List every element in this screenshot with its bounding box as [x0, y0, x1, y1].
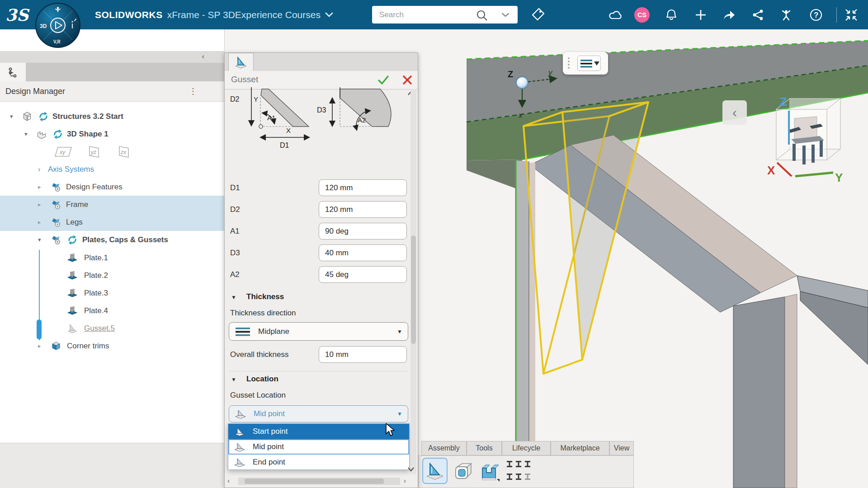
section-title-location: Location	[246, 375, 278, 384]
field-input-d1[interactable]: 120 mm	[319, 179, 407, 196]
field-input-a1[interactable]: 90 deg	[319, 223, 407, 239]
scroll-left-arrow[interactable]: ‹	[227, 477, 230, 484]
plate-icon	[67, 252, 78, 263]
tab-design-tree[interactable]	[0, 63, 26, 81]
collapse-panel-button[interactable]: ‹	[722, 100, 747, 125]
dropdown-option-start-point[interactable]: Start point	[228, 424, 409, 439]
field-input-a2[interactable]: 45 deg	[319, 266, 407, 283]
caret-right-icon[interactable]: ▸	[38, 343, 41, 349]
svg-text:A2: A2	[358, 116, 366, 124]
scrollbar-thumb[interactable]	[245, 479, 384, 484]
share-forward-icon[interactable]	[722, 7, 737, 23]
3d-viewport[interactable]: Z x y ‹	[418, 29, 868, 488]
svg-text:X: X	[286, 127, 291, 134]
search-icon[interactable]	[476, 9, 488, 21]
tree-item-label: 3D Shape 1	[67, 130, 108, 139]
tree-item-axis-systems[interactable]: › Axis Systems	[0, 160, 224, 178]
chevron-right-icon[interactable]: ›	[38, 165, 40, 174]
tree-item-plate-3[interactable]: Plate.3	[0, 284, 224, 302]
tree-item-3d-shape[interactable]: ▾ 3D Shape 1	[0, 125, 224, 143]
display-style-button[interactable]	[577, 56, 601, 71]
plane-zx-icon[interactable]: zx	[113, 145, 133, 158]
dropdown-option-end-point[interactable]: End point	[228, 455, 409, 470]
navigation-cube[interactable]: Z X Y	[766, 86, 848, 188]
help-icon[interactable]: ?	[808, 7, 824, 23]
caret-down-icon[interactable]: ▾	[10, 113, 13, 120]
field-input-d2[interactable]: 120 mm	[319, 201, 407, 218]
tree-item-plates-caps-gussets[interactable]: ▾ Plates, Caps & Gussets	[0, 231, 224, 249]
search-input[interactable]	[378, 9, 471, 21]
share-network-icon[interactable]	[750, 7, 766, 23]
tree-item-plate-1[interactable]: Plate.1	[0, 249, 224, 267]
cloud-icon[interactable]	[608, 7, 623, 23]
scrollbar-thumb[interactable]	[411, 235, 416, 344]
overall-thickness-input[interactable]: 10 mm	[319, 346, 407, 363]
caret-right-icon[interactable]: ▸	[38, 183, 41, 190]
section-caret-location[interactable]: ▼	[231, 376, 236, 383]
3dexperience-compass[interactable]: 3D V,R	[34, 2, 81, 49]
chevron-down-icon	[325, 12, 333, 18]
gusset-location-select[interactable]: Mid point ▼	[229, 405, 408, 422]
collapse-tree-chevron[interactable]: ‹	[202, 52, 204, 61]
scroll-right-arrow[interactable]: ›	[404, 477, 406, 484]
rounded-cube-icon	[453, 461, 473, 481]
caret-down-icon[interactable]: ▾	[24, 131, 28, 137]
search-scope-chevron-icon[interactable]	[501, 13, 509, 18]
tree-item-structures[interactable]: ▾ Structures 3.2 Start	[0, 108, 224, 125]
overall-thickness-label: Overall thickness	[230, 346, 288, 363]
gusset-location-value: Mid point	[254, 409, 285, 418]
horizontal-scrollbar[interactable]	[238, 478, 400, 485]
tab-gusset[interactable]	[228, 53, 254, 71]
app-title[interactable]: SOLIDWORKS xFrame - SP 3DExperience Cour…	[95, 0, 333, 29]
3ds-logo[interactable]: 3S	[5, 5, 33, 25]
tab-lifecycle[interactable]: Lifecycle	[502, 441, 551, 455]
plane-yz-icon[interactable]: yz	[83, 145, 103, 158]
gusset-tool-button[interactable]	[422, 458, 448, 484]
search-box[interactable]	[372, 6, 518, 23]
scroll-down-chevron[interactable]	[407, 467, 415, 472]
tab-assembly[interactable]: Assembly	[421, 441, 467, 455]
cancel-x-icon[interactable]	[402, 75, 413, 85]
cube-z-label: Z	[780, 95, 787, 108]
section-caret-thickness[interactable]: ▼	[231, 294, 236, 300]
ok-check-icon[interactable]	[377, 75, 389, 85]
caret-right-icon[interactable]: ▸	[38, 201, 41, 208]
left-panel-footer	[0, 443, 224, 488]
tree-item-label: Plate.4	[84, 306, 108, 315]
tree-item-design-features[interactable]: ▸ Design Features	[0, 178, 224, 196]
minimize-panels-icon[interactable]	[844, 7, 859, 23]
tab-tools[interactable]: Tools	[467, 441, 502, 455]
triad-x-label: x	[518, 111, 523, 120]
caret-down-icon[interactable]: ▾	[38, 236, 41, 243]
plate-icon	[67, 305, 78, 316]
tree-item-plate-2[interactable]: Plate.2	[0, 267, 224, 284]
design-manager-panel: ‹ Design Manager ⋮ ▾	[0, 29, 225, 488]
add-content-icon[interactable]	[693, 7, 708, 23]
profiles-tool-button[interactable]	[505, 459, 535, 485]
gusset-mini-icon	[234, 441, 245, 452]
avatar-initials: CS	[637, 11, 646, 19]
tab-marketplace[interactable]: Marketplace	[551, 441, 609, 455]
caret-right-icon[interactable]: ▸	[38, 219, 41, 225]
cube-tool-button[interactable]	[451, 460, 475, 483]
tree-item-frame[interactable]: ▸ Frame	[0, 196, 224, 213]
vertical-scrollbar[interactable]	[410, 89, 416, 474]
3dexperience-people-icon[interactable]	[778, 7, 794, 23]
avatar[interactable]: CS	[634, 7, 650, 23]
compass-play-button	[51, 18, 65, 33]
svg-text:?: ?	[814, 11, 818, 19]
tag-icon[interactable]	[530, 7, 546, 23]
field-input-d3[interactable]: 40 mm	[319, 244, 407, 261]
thickness-direction-select[interactable]: Midplane ▼	[229, 322, 408, 341]
tree-item-legs[interactable]: ▸ Legs	[0, 213, 224, 231]
tree-item-gusset-5[interactable]: Gusset.5	[0, 319, 224, 337]
notifications-bell-icon[interactable]	[664, 7, 679, 23]
kebab-menu-icon[interactable]: ⋮	[189, 86, 197, 96]
dropdown-option-mid-point[interactable]: Mid point	[228, 439, 409, 455]
tree-item-corner-trims[interactable]: ▸ Corner trims	[0, 337, 224, 355]
view-options-toolbar[interactable]	[563, 52, 608, 75]
tab-view[interactable]: View	[609, 441, 634, 455]
frame-tool-button[interactable]	[478, 460, 502, 483]
plane-xy-icon[interactable]: xy	[53, 145, 73, 158]
tree-item-plate-4[interactable]: Plate.4	[0, 302, 224, 319]
